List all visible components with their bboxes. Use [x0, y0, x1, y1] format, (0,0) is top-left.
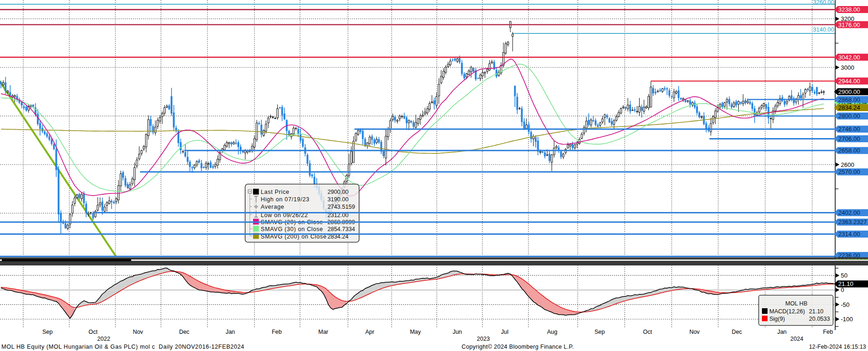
svg-text:Nov: Nov: [689, 329, 700, 335]
svg-text:SMAVG (30) on Close: SMAVG (30) on Close: [261, 226, 323, 232]
svg-text:2706.00: 2706.00: [838, 135, 860, 142]
svg-text:12-Feb-2024 16:15:13: 12-Feb-2024 16:15:13: [809, 344, 866, 350]
svg-text:May: May: [410, 329, 421, 335]
svg-text:3140.00: 3140.00: [813, 26, 834, 33]
svg-text:2743.5159: 2743.5159: [327, 204, 355, 210]
svg-text:MACD(12,26): MACD(12,26): [769, 308, 805, 315]
svg-text:Oct: Oct: [88, 329, 98, 335]
svg-text:Apr: Apr: [365, 329, 374, 335]
svg-text:2834.24: 2834.24: [838, 104, 860, 111]
svg-text:3190.00: 3190.00: [327, 196, 348, 203]
svg-text:50: 50: [841, 272, 848, 279]
svg-text:2658.00: 2658.00: [838, 147, 860, 154]
svg-text:2363.2327: 2363.2327: [838, 219, 867, 225]
svg-text:Sig(9): Sig(9): [769, 316, 785, 322]
svg-text:2854.7334: 2854.7334: [327, 226, 355, 232]
svg-text:3260.00: 3260.00: [813, 0, 834, 6]
svg-text:0: 0: [841, 286, 844, 293]
svg-text:2800.00: 2800.00: [838, 113, 860, 119]
svg-text:Average: Average: [261, 204, 285, 210]
svg-text:2402.00: 2402.00: [838, 209, 860, 216]
svg-text:-100: -100: [841, 316, 853, 323]
svg-text:2944.00: 2944.00: [838, 78, 860, 85]
svg-text:MOL HB: MOL HB: [785, 300, 807, 307]
svg-text:Dec: Dec: [179, 329, 189, 335]
svg-text:3042.00: 3042.00: [838, 54, 860, 61]
svg-text:3000: 3000: [841, 64, 855, 71]
svg-text:Dec: Dec: [732, 329, 742, 335]
svg-text:Feb: Feb: [272, 329, 282, 335]
svg-text:2600: 2600: [841, 161, 855, 168]
svg-text:Aug: Aug: [547, 329, 557, 335]
svg-text:Feb: Feb: [823, 329, 833, 335]
svg-text:3238.00: 3238.00: [838, 6, 860, 13]
svg-text:2746.00: 2746.00: [838, 126, 860, 132]
svg-text:MOL HB Equity (MOL Hungarian O: MOL HB Equity (MOL Hungarian Oil & Gas P…: [1, 344, 244, 350]
svg-text:Jul: Jul: [501, 329, 508, 335]
svg-text:2022: 2022: [97, 336, 110, 342]
svg-text:2570.00: 2570.00: [838, 168, 860, 175]
svg-text:Mar: Mar: [318, 329, 328, 335]
svg-text:2900.00: 2900.00: [327, 189, 348, 195]
svg-text:2024: 2024: [790, 336, 803, 342]
svg-text:-50: -50: [841, 301, 850, 308]
svg-text:Jan: Jan: [777, 329, 787, 335]
svg-text:Sep: Sep: [594, 329, 605, 335]
svg-text:2023: 2023: [477, 336, 490, 342]
svg-text:2314.00: 2314.00: [838, 231, 860, 238]
svg-text:3176.00: 3176.00: [838, 21, 860, 28]
svg-text:2900.00: 2900.00: [838, 88, 860, 95]
svg-text:20.0533: 20.0533: [809, 316, 830, 322]
svg-text:Jan: Jan: [226, 329, 235, 335]
svg-text:Copyright© 2024 Bloomberg Fina: Copyright© 2024 Bloomberg Finance L.P.: [461, 344, 574, 350]
svg-text:Sep: Sep: [42, 329, 53, 335]
svg-text:Jun: Jun: [453, 329, 462, 335]
svg-text:21.10: 21.10: [809, 308, 823, 315]
svg-text:High on 07/19/23: High on 07/19/23: [261, 196, 310, 203]
svg-text:Last Price: Last Price: [261, 189, 290, 195]
svg-text:Oct: Oct: [643, 329, 652, 335]
svg-text:Nov: Nov: [133, 329, 143, 335]
svg-text:2868.00: 2868.00: [838, 96, 860, 103]
